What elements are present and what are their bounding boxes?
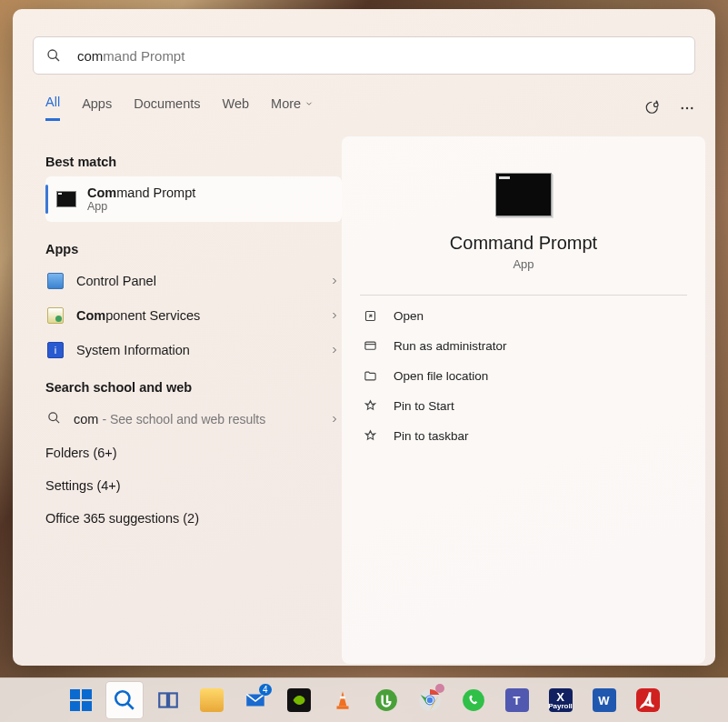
control-panel-icon	[47, 273, 64, 289]
divider	[360, 295, 687, 296]
chevron-right-icon	[329, 310, 340, 321]
sync-account-icon[interactable]	[644, 100, 661, 116]
shield-icon	[364, 339, 377, 353]
best-match-title: Command Prompt	[87, 186, 195, 200]
svg-point-21	[426, 697, 433, 704]
profile-badge-icon	[435, 684, 444, 693]
search-icon	[47, 411, 61, 427]
system-information-icon: i	[47, 342, 64, 358]
svg-line-7	[55, 419, 59, 423]
filter-tabs: All Apps Documents Web More	[45, 95, 695, 121]
detail-subtitle: App	[360, 257, 687, 271]
app-result-system-information[interactable]: i System Information	[45, 333, 342, 367]
acrobat-button[interactable]	[630, 682, 666, 718]
best-match-subtitle: App	[87, 200, 195, 213]
utorrent-button[interactable]	[368, 682, 404, 718]
command-prompt-icon	[495, 173, 552, 216]
mail-badge: 4	[259, 684, 272, 696]
word-button[interactable]: W	[586, 682, 623, 718]
utorrent-icon	[374, 688, 398, 712]
svg-rect-15	[336, 707, 348, 709]
chevron-down-icon	[304, 99, 314, 108]
teams-icon: T	[505, 688, 529, 712]
start-search-panel: command Prompt All Apps Documents Web Mo…	[13, 9, 715, 666]
nvidia-icon	[287, 688, 311, 712]
section-search-web: Search school and web	[45, 380, 342, 395]
windows-logo-icon	[70, 689, 92, 711]
taskbar: 4 T XPayroll W	[0, 677, 728, 722]
folder-icon	[200, 688, 224, 712]
results-column: Best match Command Prompt App Apps Contr…	[45, 145, 342, 535]
tab-more[interactable]: More	[271, 96, 314, 120]
tab-all[interactable]: All	[45, 95, 60, 121]
pin-icon	[364, 399, 377, 413]
search-icon	[113, 688, 136, 712]
more-options-icon[interactable]	[679, 100, 695, 116]
svg-point-0	[48, 50, 56, 58]
section-settings[interactable]: Settings (4+)	[45, 469, 342, 502]
acrobat-icon	[636, 688, 660, 712]
action-pin-taskbar[interactable]: Pin to taskbar	[360, 421, 687, 451]
whatsapp-button[interactable]	[455, 682, 492, 718]
mail-button[interactable]: 4	[237, 682, 274, 718]
tab-web[interactable]: Web	[223, 96, 250, 120]
svg-rect-16	[340, 697, 344, 699]
teams-button[interactable]: T	[499, 682, 535, 718]
nvidia-button[interactable]	[281, 682, 317, 718]
svg-line-1	[55, 57, 59, 61]
section-best-match: Best match	[45, 155, 342, 169]
svg-rect-9	[365, 342, 375, 349]
search-input[interactable]	[70, 48, 682, 64]
action-open-location[interactable]: Open file location	[360, 361, 687, 391]
svg-point-4	[686, 106, 688, 108]
open-icon	[364, 309, 377, 323]
web-search-result[interactable]: com - See school and web results	[45, 402, 342, 436]
word-icon: W	[593, 688, 616, 712]
section-office365[interactable]: Office 365 suggestions (2)	[45, 502, 342, 535]
action-open[interactable]: Open	[360, 301, 687, 331]
tab-apps[interactable]: Apps	[82, 96, 112, 120]
chevron-right-icon	[329, 276, 340, 286]
app-result-control-panel[interactable]: Control Panel	[45, 264, 342, 298]
chevron-right-icon	[329, 345, 340, 356]
search-bar[interactable]: command Prompt	[33, 36, 695, 75]
payroll-button[interactable]: XPayroll	[543, 682, 579, 718]
pin-icon	[364, 429, 377, 443]
task-view-button[interactable]	[150, 682, 186, 718]
svg-rect-14	[169, 693, 177, 707]
payroll-icon: XPayroll	[549, 688, 573, 712]
task-view-icon	[156, 688, 180, 712]
chrome-button[interactable]	[412, 682, 448, 718]
action-run-admin[interactable]: Run as administrator	[360, 331, 687, 361]
command-prompt-icon	[56, 191, 76, 207]
file-explorer-button[interactable]	[194, 682, 230, 718]
svg-point-3	[682, 106, 683, 108]
detail-title: Command Prompt	[360, 233, 687, 254]
start-button[interactable]	[63, 682, 99, 718]
detail-pane: Command Prompt App Open Run as administr…	[342, 136, 705, 664]
action-pin-start[interactable]: Pin to Start	[360, 391, 687, 421]
chevron-right-icon	[329, 414, 340, 425]
folder-icon	[364, 369, 377, 383]
section-folders[interactable]: Folders (6+)	[45, 436, 342, 469]
svg-point-11	[115, 691, 129, 705]
best-match-result[interactable]: Command Prompt App	[45, 176, 342, 222]
search-icon	[46, 48, 61, 63]
component-services-icon	[47, 307, 64, 324]
svg-point-6	[49, 413, 57, 421]
app-result-component-services[interactable]: Component Services	[45, 298, 342, 333]
vlc-button[interactable]	[324, 682, 361, 718]
svg-rect-13	[159, 693, 167, 707]
vlc-icon	[331, 688, 354, 712]
whatsapp-icon	[462, 688, 485, 712]
svg-line-12	[127, 703, 134, 709]
svg-point-5	[691, 106, 693, 108]
section-apps: Apps	[45, 242, 342, 256]
svg-point-22	[463, 689, 484, 711]
tab-documents[interactable]: Documents	[134, 96, 200, 120]
taskbar-search-button[interactable]	[106, 682, 143, 718]
